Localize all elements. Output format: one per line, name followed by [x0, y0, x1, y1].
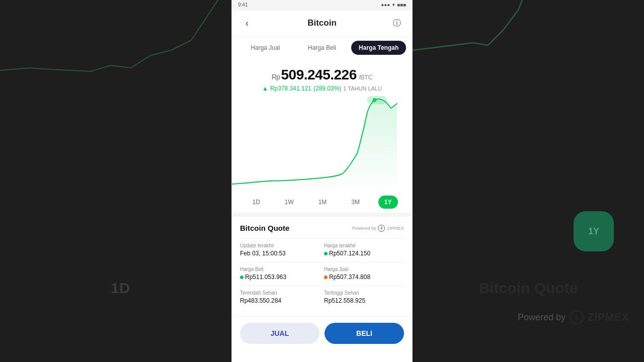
- buy-price-label: Harga Beli: [240, 266, 320, 272]
- price-chart: [232, 96, 412, 192]
- bg-zipmex-text: ZIPMEX: [588, 311, 629, 324]
- low-label: Terendah Sehari: [240, 290, 320, 296]
- bg-left-label: 1D: [111, 280, 130, 297]
- page-title: Bitcoin: [307, 18, 337, 28]
- price-section: Rp509.245.226/BTC ▲ Rp378.341.121 (289.0…: [232, 59, 412, 96]
- low-value: Rp483.550.284: [240, 297, 320, 304]
- chart-area: [232, 96, 412, 192]
- buy-price-cell: Harga Beli Rp511.053.963: [240, 266, 320, 281]
- quote-card: Bitcoin Quote Powered by Z ZIPMEX Update…: [232, 213, 412, 316]
- update-label: Update terakhir: [240, 243, 320, 248]
- bg-zipmex-area: Powered by Z ZIPMEX: [518, 310, 629, 324]
- update-value: Feb 03, 15:00:53: [240, 250, 320, 257]
- quote-row-2: Harga Beli Rp511.053.963 Harga Jual Rp50…: [240, 266, 404, 281]
- buy-price-value: Rp511.053.963: [240, 274, 320, 281]
- dot-green-2: [240, 276, 244, 279]
- status-time: 9:41: [238, 2, 248, 8]
- status-icons: ●●● ✦ ■■■: [381, 2, 406, 8]
- time-btn-1d[interactable]: 1D: [246, 196, 266, 209]
- tab-harga-tengah[interactable]: Harga Tengah: [351, 41, 406, 55]
- phone-panel: 9:41 ●●● ✦ ■■■ ‹ Bitcoin ⓘ Harga Jual Ha…: [231, 0, 413, 362]
- change-arrow: ▲: [262, 85, 268, 92]
- price-change: ▲ Rp378.341.121 (289.03%) 1 TAHUN LALU: [240, 85, 404, 92]
- quote-header: Bitcoin Quote Powered by Z ZIPMEX: [240, 224, 404, 232]
- high-value: Rp512.558.925: [324, 297, 404, 304]
- change-percent: (289.03%): [313, 85, 341, 92]
- price-display: Rp509.245.226/BTC: [240, 67, 404, 83]
- high-cell: Tertinggi Sehari Rp512.558.925: [324, 290, 404, 304]
- info-button[interactable]: ⓘ: [390, 16, 404, 30]
- change-period: 1 TAHUN LALU: [343, 85, 382, 92]
- powered-by: Powered by Z ZIPMEX: [352, 225, 404, 232]
- high-label: Tertinggi Sehari: [324, 290, 404, 296]
- low-cell: Terendah Sehari Rp483.550.284: [240, 290, 320, 304]
- status-bar: 9:41 ●●● ✦ ■■■: [232, 0, 412, 10]
- price-currency: Rp: [272, 73, 280, 81]
- bg-right-badge: 1Y: [574, 211, 614, 251]
- time-btn-1w[interactable]: 1W: [279, 196, 300, 209]
- sell-price-cell: Harga Jual Rp507.374.808: [324, 266, 404, 281]
- sell-price-label: Harga Jual: [324, 266, 404, 272]
- bg-right-panel: 1Y Bitcoin Quote Powered by Z ZIPMEX: [413, 0, 644, 362]
- last-price-label: Harga terakhir: [324, 243, 404, 248]
- last-price-value: Rp507.124.150: [324, 250, 404, 257]
- update-cell: Update terakhir Feb 03, 15:00:53: [240, 243, 320, 257]
- bg-left-panel: 1D: [0, 0, 231, 362]
- quote-row-1: Update terakhir Feb 03, 15:00:53 Harga t…: [240, 243, 404, 257]
- time-btn-1y[interactable]: 1Y: [378, 196, 398, 209]
- bg-zipmex-icon: Z: [570, 310, 584, 324]
- divider-3: [240, 286, 404, 286]
- dot-orange: [324, 276, 328, 279]
- time-btn-3m[interactable]: 3M: [345, 196, 366, 209]
- beli-button[interactable]: BELI: [325, 323, 404, 344]
- price-tabs: Harga Jual Harga Beli Harga Tengah: [232, 37, 412, 59]
- price-unit: /BTC: [359, 73, 373, 81]
- sell-price-value: Rp507.374.808: [324, 274, 404, 281]
- time-btn-1m[interactable]: 1M: [312, 196, 333, 209]
- header: ‹ Bitcoin ⓘ: [232, 10, 412, 37]
- bg-quote-label: Bitcoin Quote: [479, 280, 578, 297]
- quote-title: Bitcoin Quote: [240, 224, 289, 232]
- jual-button[interactable]: JUAL: [240, 323, 319, 344]
- zipmex-name: ZIPMEX: [387, 226, 404, 231]
- change-amount: Rp378.341.121: [270, 85, 311, 92]
- dot-green-1: [324, 252, 328, 255]
- tab-harga-beli[interactable]: Harga Beli: [295, 41, 350, 55]
- price-value: 509.245.226: [281, 67, 357, 82]
- svg-rect-1: [367, 96, 387, 104]
- divider-2: [240, 262, 404, 262]
- time-selectors: 1D 1W 1M 3M 1Y: [232, 192, 412, 213]
- powered-by-text: Powered by: [352, 226, 376, 231]
- back-button[interactable]: ‹: [240, 16, 254, 30]
- last-price-cell: Harga terakhir Rp507.124.150: [324, 243, 404, 257]
- quote-row-3: Terendah Sehari Rp483.550.284 Tertinggi …: [240, 290, 404, 304]
- bottom-buttons: JUAL BELI: [232, 316, 412, 350]
- zipmex-icon: Z: [378, 225, 385, 232]
- divider-1: [240, 238, 404, 239]
- tab-harga-jual[interactable]: Harga Jual: [238, 41, 293, 55]
